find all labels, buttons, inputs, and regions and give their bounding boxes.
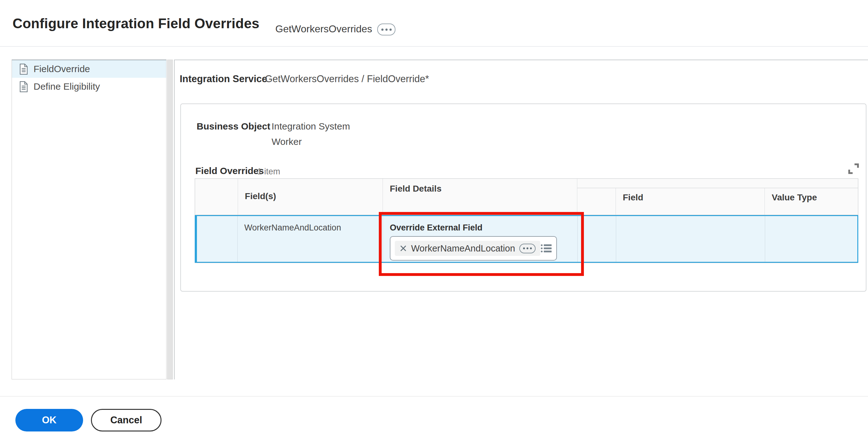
grid-header-group: Field Value Type (577, 179, 858, 215)
column-header-label: Value Type (772, 192, 817, 202)
red-annotation-box (379, 212, 584, 276)
header-divider (0, 46, 868, 47)
grid-header-fields: Field(s) (238, 179, 383, 215)
integration-service-label: Integration Service (180, 73, 267, 85)
row-field-cell (616, 216, 765, 262)
sidebar-item-define-eligibility[interactable]: Define Eligibility (12, 78, 166, 95)
page-title: Configure Integration Field Overrides (12, 16, 259, 31)
row-fields-value: WorkerNameAndLocation (244, 223, 341, 233)
column-header-label: Field(s) (245, 191, 276, 201)
page-context-object: GetWorkersOverrides (275, 23, 372, 35)
sidebar-item-label: Define Eligibility (34, 81, 100, 92)
document-icon (19, 63, 29, 75)
business-object-label: Business Object (197, 121, 270, 132)
cancel-button[interactable]: Cancel (91, 409, 161, 432)
related-actions-ellipsis-icon[interactable] (377, 24, 396, 35)
ellipsis-dot (381, 29, 383, 31)
business-object-value: Integration System (272, 121, 350, 132)
column-header-label: Field Details (390, 184, 441, 194)
sidebar-item-fieldoverride[interactable]: FieldOverride (12, 60, 166, 78)
integration-service-value: GetWorkersOverrides / FieldOverride* (265, 73, 429, 85)
grid-title: Field Overrides (195, 165, 264, 176)
grid-header-field-details: Field Details (383, 179, 577, 215)
column-header-label: Field (623, 192, 643, 202)
row-fields-cell: WorkerNameAndLocation (238, 216, 383, 262)
document-icon (19, 81, 29, 93)
sidebar-item-label: FieldOverride (34, 64, 90, 74)
steps-sidebar: FieldOverride Define Eligibility (11, 60, 166, 379)
grid-header-empty-cell (577, 188, 616, 215)
grid-header-selector-cell (195, 179, 238, 215)
grid-header-group-strip (577, 179, 858, 188)
footer-divider (0, 396, 868, 397)
ok-button[interactable]: OK (16, 409, 83, 432)
ellipsis-dot (390, 29, 392, 31)
grid-header-field: Field (616, 188, 765, 215)
ellipsis-dot (385, 29, 388, 31)
row-selector-cell[interactable] (197, 216, 238, 262)
business-object-value: Worker (272, 136, 302, 147)
row-value-type-cell (765, 216, 857, 262)
grid-header: Field(s) Field Details Field Value Type (195, 179, 858, 215)
sidebar-scrollbar[interactable] (167, 60, 173, 379)
grid-item-count: 1 item (257, 167, 280, 177)
grid-header-value-type: Value Type (765, 188, 858, 215)
expand-grid-icon[interactable] (848, 163, 860, 175)
